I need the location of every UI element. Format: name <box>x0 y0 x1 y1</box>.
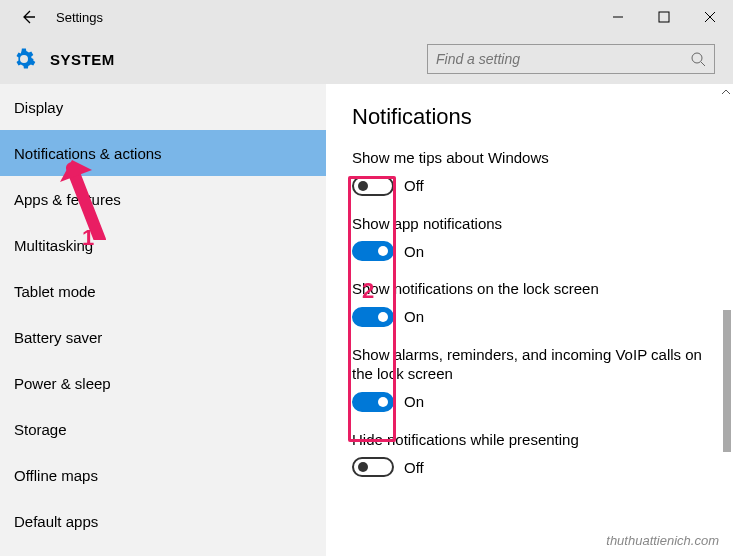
window-controls <box>595 0 733 34</box>
back-button[interactable] <box>8 0 48 34</box>
setting-label-3: Show alarms, reminders, and incoming VoI… <box>352 345 707 384</box>
sidebar-item-label: Power & sleep <box>14 375 111 392</box>
toggle-state-2: On <box>404 308 424 325</box>
sidebar-item-1[interactable]: Notifications & actions <box>0 130 326 176</box>
search-input[interactable] <box>436 51 690 67</box>
setting-label-2: Show notifications on the lock screen <box>352 279 707 299</box>
titlebar: Settings <box>0 0 733 34</box>
sidebar-item-label: Offline maps <box>14 467 98 484</box>
search-icon <box>690 51 706 67</box>
sidebar-item-label: Tablet mode <box>14 283 96 300</box>
sidebar-item-8[interactable]: Offline maps <box>0 452 326 498</box>
page-title: SYSTEM <box>50 51 115 68</box>
gear-icon <box>12 47 36 71</box>
toggle-row-1: On <box>352 241 707 261</box>
content-heading: Notifications <box>352 104 707 130</box>
toggle-knob <box>358 181 368 191</box>
watermark: thuthuattienich.com <box>606 533 719 548</box>
toggle-row-4: Off <box>352 457 707 477</box>
toggle-3[interactable] <box>352 392 394 412</box>
sidebar: DisplayNotifications & actionsApps & fea… <box>0 84 326 556</box>
sidebar-item-label: Notifications & actions <box>14 145 162 162</box>
sidebar-item-4[interactable]: Tablet mode <box>0 268 326 314</box>
scroll-up-button[interactable] <box>719 84 733 100</box>
sidebar-item-label: Storage <box>14 421 67 438</box>
setting-label-4: Hide notifications while presenting <box>352 430 707 450</box>
toggle-2[interactable] <box>352 307 394 327</box>
content-pane: Notifications Show me tips about Windows… <box>326 84 733 556</box>
scrollbar[interactable] <box>719 84 733 556</box>
svg-rect-1 <box>659 12 669 22</box>
sidebar-item-9[interactable]: Default apps <box>0 498 326 544</box>
setting-label-0: Show me tips about Windows <box>352 148 707 168</box>
toggle-knob <box>378 312 388 322</box>
toggle-knob <box>378 246 388 256</box>
svg-point-4 <box>692 53 702 63</box>
maximize-button[interactable] <box>641 0 687 34</box>
setting-label-1: Show app notifications <box>352 214 707 234</box>
toggle-4[interactable] <box>352 457 394 477</box>
back-arrow-icon <box>19 8 37 26</box>
sidebar-item-label: Default apps <box>14 513 98 530</box>
sidebar-item-label: Multitasking <box>14 237 93 254</box>
sidebar-item-0[interactable]: Display <box>0 84 326 130</box>
toggle-state-4: Off <box>404 459 424 476</box>
close-button[interactable] <box>687 0 733 34</box>
toggle-1[interactable] <box>352 241 394 261</box>
toggle-row-2: On <box>352 307 707 327</box>
toggle-knob <box>358 462 368 472</box>
search-box[interactable] <box>427 44 715 74</box>
minimize-button[interactable] <box>595 0 641 34</box>
header: SYSTEM <box>0 34 733 84</box>
sidebar-item-label: Display <box>14 99 63 116</box>
toggle-knob <box>378 397 388 407</box>
svg-line-5 <box>701 62 705 66</box>
sidebar-item-label: Apps & features <box>14 191 121 208</box>
sidebar-item-5[interactable]: Battery saver <box>0 314 326 360</box>
sidebar-item-7[interactable]: Storage <box>0 406 326 452</box>
sidebar-item-3[interactable]: Multitasking <box>0 222 326 268</box>
toggle-0[interactable] <box>352 176 394 196</box>
sidebar-item-6[interactable]: Power & sleep <box>0 360 326 406</box>
window-title: Settings <box>56 10 103 25</box>
sidebar-item-label: Battery saver <box>14 329 102 346</box>
scroll-thumb[interactable] <box>723 310 731 452</box>
toggle-state-1: On <box>404 243 424 260</box>
toggle-state-3: On <box>404 393 424 410</box>
toggle-state-0: Off <box>404 177 424 194</box>
toggle-row-3: On <box>352 392 707 412</box>
toggle-row-0: Off <box>352 176 707 196</box>
sidebar-item-2[interactable]: Apps & features <box>0 176 326 222</box>
